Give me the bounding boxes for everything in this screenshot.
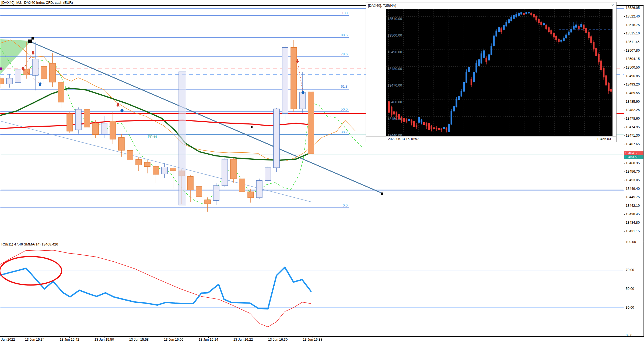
candle-body	[291, 48, 297, 109]
candlestick	[196, 184, 202, 208]
inset-candle-body	[475, 63, 477, 72]
pane-splitter-top[interactable]	[0, 241, 644, 241]
candlestick	[136, 157, 142, 171]
candlestick	[58, 80, 64, 108]
candle-body	[24, 69, 30, 75]
inset-candle-body	[388, 101, 390, 113]
candle-body	[110, 121, 116, 139]
axis-separator	[624, 5, 624, 336]
inset-candle-body	[548, 27, 550, 32]
object-anchor-square[interactable]	[32, 37, 34, 40]
inset-chart-canvas: 13510.0013500.0013490.0013480.0013470.00…	[386, 9, 612, 137]
inset-candle-body	[398, 114, 400, 119]
inset-candle-body	[391, 107, 392, 115]
inset-timestamp: 2022.06.13 16:18:57	[388, 137, 419, 141]
inset-candle-body	[578, 26, 579, 29]
price-axis-label: 13449.40	[626, 187, 640, 191]
inset-candle-body	[570, 29, 572, 33]
inset-price-label: 13470.00	[387, 83, 402, 87]
inset-candle-body	[590, 36, 592, 43]
candlestick	[248, 189, 254, 203]
candlestick	[230, 158, 236, 183]
inset-candle-body	[538, 19, 540, 23]
object-anchor-square[interactable]	[251, 126, 253, 128]
price-axis-label: 13453.05	[626, 178, 640, 182]
candlestick	[213, 183, 219, 205]
object-anchor-square[interactable]	[381, 193, 383, 195]
candlestick	[153, 165, 159, 183]
price-axis-label: 13507.80	[626, 49, 640, 52]
annotation-ellipse[interactable]	[0, 256, 62, 285]
inset-candle-body	[603, 68, 604, 77]
fib-level-label: 61.8	[341, 84, 348, 88]
candle-body	[153, 166, 159, 174]
price-axis-label: 13515.10	[626, 31, 640, 35]
candle-body	[230, 159, 236, 179]
inset-candle-body	[595, 48, 597, 56]
inset-titlebar[interactable]: [DAX40], T25(HA) ✕	[366, 2, 616, 9]
inset-candle-body	[530, 13, 532, 15]
object-anchor-square[interactable]	[28, 40, 32, 43]
candlestick	[15, 66, 21, 90]
inset-candle-body	[498, 27, 500, 32]
rsi-axis-label: 30.00	[626, 306, 634, 309]
inset-candle-body	[580, 24, 582, 27]
inset-candlestick	[448, 123, 450, 133]
rsi-indicator-label: RSI(11) 47.46 SMMA(14) 13468.426	[1, 242, 58, 246]
close-icon[interactable]: ✕	[611, 3, 614, 7]
inset-candle-body	[493, 35, 495, 46]
candlestick	[144, 160, 150, 173]
price-axis-label: 13460.35	[626, 161, 640, 165]
candle-body	[15, 69, 21, 82]
candlestick	[75, 107, 81, 133]
inset-candle-body	[488, 54, 490, 60]
sell-arrow-icon[interactable]	[31, 51, 35, 55]
candlestick	[265, 166, 271, 183]
inset-candle-body	[545, 25, 547, 29]
inset-candle-body	[540, 22, 542, 25]
inset-candle-body	[461, 91, 462, 97]
highlight-rectangle[interactable]	[179, 72, 186, 205]
candle-body	[58, 82, 64, 102]
inset-candle-body	[605, 75, 607, 85]
trendline-descending[interactable]	[30, 42, 382, 193]
inset-candle-body	[440, 129, 442, 130]
candle-body	[32, 59, 38, 75]
time-axis-label: 13 Jun 2022	[0, 338, 15, 341]
inset-tick-chart-window[interactable]: [DAX40], T25(HA) ✕ 13510.0013500.0013490…	[366, 2, 617, 142]
rsi-main-line	[0, 267, 311, 309]
inset-candle-body	[471, 79, 472, 85]
inset-candle-body	[513, 15, 514, 19]
inset-candle-body	[588, 32, 589, 38]
candle-body	[162, 167, 167, 174]
inset-candle-body	[481, 54, 482, 63]
inset-candle-body	[426, 123, 427, 126]
price-axis-label: 13442.10	[626, 204, 640, 208]
pane-splitter-bottom[interactable]	[0, 242, 644, 242]
inset-candle-body	[433, 127, 435, 129]
ask-price-tag: 13464.50	[624, 151, 644, 155]
candle-body	[222, 159, 228, 186]
inset-candle-body	[553, 33, 555, 37]
time-axis-border	[0, 336, 644, 337]
time-axis-label: 13 Jun 15:58	[129, 338, 149, 341]
candlestick	[84, 104, 90, 133]
inset-plot-area: 13510.0013500.0013490.0013480.0013470.00…	[386, 9, 612, 137]
inset-candle-body	[528, 12, 530, 13]
inset-price-label: 13480.00	[387, 67, 402, 71]
candlestick	[110, 112, 116, 144]
candle-body	[265, 168, 271, 180]
inset-candle-body	[560, 40, 562, 42]
candle-body	[170, 168, 176, 171]
chart-title: [DAX40], M2: DAX40 Index CFD, cash (EUR)	[1, 1, 73, 5]
inset-candle-body	[533, 14, 534, 17]
inset-candle-body	[565, 35, 567, 38]
inset-last-price: 13465.03	[597, 137, 611, 141]
buy-arrow-icon[interactable]	[38, 82, 42, 86]
price-axis-label: 13438.45	[626, 212, 640, 216]
inset-candle-body	[430, 126, 432, 129]
inset-window-title: [DAX40], T25(HA)	[368, 3, 396, 8]
price-axis-label: 13500.50	[626, 66, 640, 69]
candlestick	[32, 42, 38, 90]
inset-candle-body	[563, 38, 565, 41]
